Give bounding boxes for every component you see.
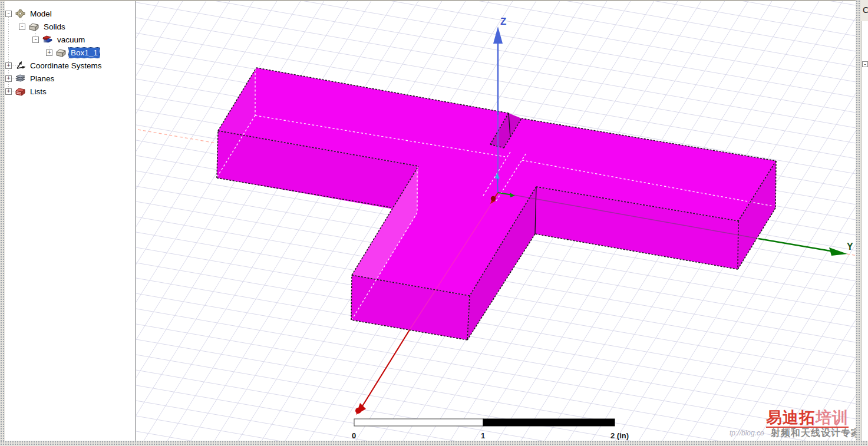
expand-collapse-box[interactable]: + [5,75,12,82]
watermark-url-fragment: tp://blog.co [730,429,764,437]
solids-icon [29,22,39,31]
y-axis-label: Y [847,242,853,252]
tree-item-label-selected: Box1_1 [69,48,100,58]
scale-tick-0: 0 [352,431,356,440]
tree-item-label: Coordinate Systems [28,61,104,71]
expand-collapse-box[interactable]: + [5,88,12,95]
expand-collapse-box[interactable]: - [19,24,25,30]
tree-item-planes[interactable]: + Planes [5,72,135,85]
tree-item-label: Model [28,9,54,19]
box-icon [56,48,66,57]
3d-viewport[interactable]: Y Z 0 1 [136,0,856,441]
planes-icon [15,74,25,83]
expand-collapse-box[interactable]: + [46,49,52,56]
tree-item-lists[interactable]: + Lists [5,85,135,98]
left-dock-splitter[interactable] [0,1,5,441]
watermark: tp://blog.co 易迪拓培训 射频和天线设计专家 [725,408,856,440]
expand-collapse-box[interactable]: - [32,37,39,43]
model-icon [15,9,25,18]
vacuum-icon [42,35,52,44]
tree-item-label: Solids [42,22,67,32]
tree-item-box1-1[interactable]: + Box1_1 [5,46,135,59]
z-axis-label: Z [500,16,506,27]
watermark-title: 易迪拓培训 [766,409,849,428]
expand-collapse-box[interactable]: - [862,61,868,67]
scale-tick-1: 1 [481,431,485,440]
tree-item-solids[interactable]: - Solids [5,20,135,33]
coordinate-systems-icon [15,61,25,70]
scale-tick-2: 2 (in) [610,431,629,440]
3d-scene: Y Z 0 1 [136,0,856,441]
tree-item-label: Planes [28,74,56,84]
expand-collapse-box[interactable]: + [5,62,12,69]
model-object-box1-1[interactable] [217,68,776,340]
bottom-dock-splitter[interactable] [0,441,868,446]
side-panel-title: Co [863,5,868,15]
expand-collapse-box[interactable]: - [5,11,12,17]
side-panel-body: - [861,21,868,441]
tree-item-vacuum[interactable]: - vacuum [5,33,135,46]
window-top-border [0,0,868,1]
z-axis-arrowhead [493,27,503,44]
watermark-subtitle: 射频和天线设计专家 [771,427,856,440]
lists-icon [15,87,25,96]
scale-bar: 0 1 2 (in) [352,419,629,440]
clipped-side-panel: Co - [861,0,868,441]
model-tree-panel: - Model - Solids [5,1,136,441]
tree-item-coordinate-systems[interactable]: + Coordinate Systems [5,59,135,72]
tree-item-model[interactable]: - Model [5,7,135,20]
vertical-splitter[interactable] [856,0,861,446]
application-window: - Model - Solids [0,0,868,446]
tree-item-label: Lists [28,87,48,97]
origin-point [491,196,496,201]
tree-item-label: vacuum [55,35,87,45]
